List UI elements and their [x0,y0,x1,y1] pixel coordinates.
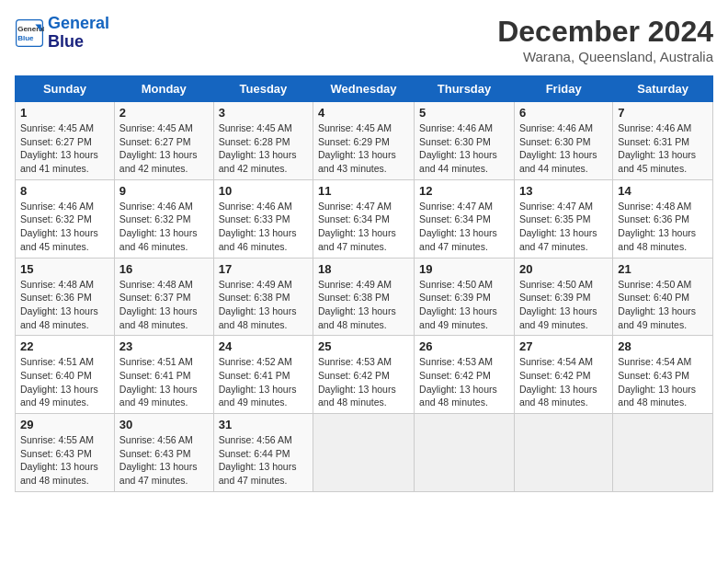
logo-icon: General Blue [15,18,44,48]
calendar-header: SundayMondayTuesdayWednesdayThursdayFrid… [16,76,713,102]
calendar-day-cell: 12Sunrise: 4:47 AM Sunset: 6:34 PM Dayli… [415,179,515,258]
day-number: 24 [219,339,308,353]
calendar-day-cell: 9Sunrise: 4:46 AM Sunset: 6:32 PM Daylig… [114,179,213,258]
calendar-day-cell [415,414,515,492]
weekday-header: Friday [514,76,612,102]
day-number: 14 [618,184,708,198]
day-number: 13 [519,184,608,198]
day-number: 2 [119,106,209,120]
day-info: Sunrise: 4:48 AM Sunset: 6:36 PM Dayligh… [20,278,109,332]
calendar-day-cell: 25Sunrise: 4:53 AM Sunset: 6:42 PM Dayli… [313,336,415,414]
calendar-week-row: 1Sunrise: 4:45 AM Sunset: 6:27 PM Daylig… [16,102,713,180]
day-info: Sunrise: 4:46 AM Sunset: 6:32 PM Dayligh… [20,200,109,254]
day-info: Sunrise: 4:52 AM Sunset: 6:41 PM Dayligh… [219,355,308,409]
day-info: Sunrise: 4:55 AM Sunset: 6:43 PM Dayligh… [20,433,109,488]
day-info: Sunrise: 4:46 AM Sunset: 6:30 PM Dayligh… [519,121,608,176]
calendar-day-cell: 13Sunrise: 4:47 AM Sunset: 6:35 PM Dayli… [514,179,612,258]
day-number: 27 [519,339,608,353]
day-info: Sunrise: 4:56 AM Sunset: 6:43 PM Dayligh… [119,433,209,488]
day-number: 17 [219,262,308,276]
calendar-day-cell: 2Sunrise: 4:45 AM Sunset: 6:27 PM Daylig… [114,102,213,180]
day-number: 16 [119,262,209,276]
calendar-week-row: 29Sunrise: 4:55 AM Sunset: 6:43 PM Dayli… [16,414,713,492]
day-info: Sunrise: 4:47 AM Sunset: 6:34 PM Dayligh… [318,200,409,254]
day-info: Sunrise: 4:50 AM Sunset: 6:39 PM Dayligh… [519,278,608,332]
calendar-day-cell: 6Sunrise: 4:46 AM Sunset: 6:30 PM Daylig… [514,102,612,180]
day-number: 3 [219,106,308,120]
day-info: Sunrise: 4:48 AM Sunset: 6:37 PM Dayligh… [119,278,209,332]
weekday-header: Sunday [16,76,115,102]
day-number: 23 [119,339,209,353]
day-info: Sunrise: 4:54 AM Sunset: 6:43 PM Dayligh… [618,355,708,409]
day-number: 1 [20,106,109,120]
day-number: 18 [318,262,409,276]
calendar-day-cell: 11Sunrise: 4:47 AM Sunset: 6:34 PM Dayli… [313,179,415,258]
day-info: Sunrise: 4:46 AM Sunset: 6:32 PM Dayligh… [119,200,209,254]
weekday-header: Monday [114,76,213,102]
calendar-day-cell: 7Sunrise: 4:46 AM Sunset: 6:31 PM Daylig… [613,102,713,180]
calendar-day-cell [313,414,415,492]
calendar-day-cell: 30Sunrise: 4:56 AM Sunset: 6:43 PM Dayli… [114,414,213,492]
logo-text: GeneralBlue [48,15,109,52]
calendar-day-cell: 24Sunrise: 4:52 AM Sunset: 6:41 PM Dayli… [213,336,313,414]
day-info: Sunrise: 4:56 AM Sunset: 6:44 PM Dayligh… [219,433,308,488]
day-number: 25 [318,339,409,353]
day-number: 31 [219,418,308,431]
calendar-table: SundayMondayTuesdayWednesdayThursdayFrid… [15,75,713,492]
day-info: Sunrise: 4:54 AM Sunset: 6:42 PM Dayligh… [519,355,608,409]
title-block: December 2024 Warana, Queensland, Austra… [497,15,713,64]
day-number: 28 [618,339,708,353]
calendar-day-cell: 29Sunrise: 4:55 AM Sunset: 6:43 PM Dayli… [16,414,115,492]
day-number: 6 [519,106,608,120]
calendar-day-cell: 8Sunrise: 4:46 AM Sunset: 6:32 PM Daylig… [16,179,115,258]
weekday-header: Saturday [613,76,713,102]
day-number: 26 [419,339,509,353]
day-info: Sunrise: 4:51 AM Sunset: 6:40 PM Dayligh… [20,355,109,409]
day-info: Sunrise: 4:45 AM Sunset: 6:29 PM Dayligh… [318,121,409,176]
day-info: Sunrise: 4:51 AM Sunset: 6:41 PM Dayligh… [119,355,209,409]
day-number: 21 [618,262,708,276]
day-info: Sunrise: 4:47 AM Sunset: 6:35 PM Dayligh… [519,200,608,254]
day-number: 11 [318,184,409,198]
location-subtitle: Warana, Queensland, Australia [497,49,713,64]
weekday-header: Tuesday [213,76,313,102]
day-number: 9 [119,184,209,198]
calendar-day-cell: 10Sunrise: 4:46 AM Sunset: 6:33 PM Dayli… [213,179,313,258]
day-number: 8 [20,184,109,198]
calendar-day-cell: 19Sunrise: 4:50 AM Sunset: 6:39 PM Dayli… [415,258,515,336]
calendar-week-row: 22Sunrise: 4:51 AM Sunset: 6:40 PM Dayli… [16,336,713,414]
day-number: 15 [20,262,109,276]
weekday-header: Wednesday [313,76,415,102]
page-header: General Blue GeneralBlue December 2024 W… [15,15,713,64]
day-number: 7 [618,106,708,120]
day-info: Sunrise: 4:49 AM Sunset: 6:38 PM Dayligh… [219,278,308,332]
calendar-week-row: 15Sunrise: 4:48 AM Sunset: 6:36 PM Dayli… [16,258,713,336]
logo: General Blue GeneralBlue [15,15,109,52]
day-number: 30 [119,418,209,431]
calendar-day-cell: 1Sunrise: 4:45 AM Sunset: 6:27 PM Daylig… [16,102,115,180]
calendar-day-cell: 4Sunrise: 4:45 AM Sunset: 6:29 PM Daylig… [313,102,415,180]
day-info: Sunrise: 4:50 AM Sunset: 6:39 PM Dayligh… [419,278,509,332]
calendar-day-cell: 3Sunrise: 4:45 AM Sunset: 6:28 PM Daylig… [213,102,313,180]
weekday-header: Thursday [415,76,515,102]
calendar-day-cell: 17Sunrise: 4:49 AM Sunset: 6:38 PM Dayli… [213,258,313,336]
calendar-day-cell: 18Sunrise: 4:49 AM Sunset: 6:38 PM Dayli… [313,258,415,336]
calendar-day-cell: 22Sunrise: 4:51 AM Sunset: 6:40 PM Dayli… [16,336,115,414]
day-info: Sunrise: 4:46 AM Sunset: 6:33 PM Dayligh… [219,200,308,254]
day-info: Sunrise: 4:46 AM Sunset: 6:30 PM Dayligh… [419,121,509,176]
day-info: Sunrise: 4:45 AM Sunset: 6:28 PM Dayligh… [219,121,308,176]
calendar-day-cell: 14Sunrise: 4:48 AM Sunset: 6:36 PM Dayli… [613,179,713,258]
day-info: Sunrise: 4:50 AM Sunset: 6:40 PM Dayligh… [618,278,708,332]
day-number: 22 [20,339,109,353]
svg-text:Blue: Blue [17,34,34,42]
month-title: December 2024 [497,15,713,49]
day-number: 29 [20,418,109,431]
day-info: Sunrise: 4:45 AM Sunset: 6:27 PM Dayligh… [20,121,109,176]
day-info: Sunrise: 4:48 AM Sunset: 6:36 PM Dayligh… [618,200,708,254]
day-number: 4 [318,106,409,120]
calendar-day-cell: 27Sunrise: 4:54 AM Sunset: 6:42 PM Dayli… [514,336,612,414]
calendar-day-cell: 5Sunrise: 4:46 AM Sunset: 6:30 PM Daylig… [415,102,515,180]
calendar-day-cell: 26Sunrise: 4:53 AM Sunset: 6:42 PM Dayli… [415,336,515,414]
calendar-day-cell: 21Sunrise: 4:50 AM Sunset: 6:40 PM Dayli… [613,258,713,336]
day-info: Sunrise: 4:53 AM Sunset: 6:42 PM Dayligh… [419,355,509,409]
